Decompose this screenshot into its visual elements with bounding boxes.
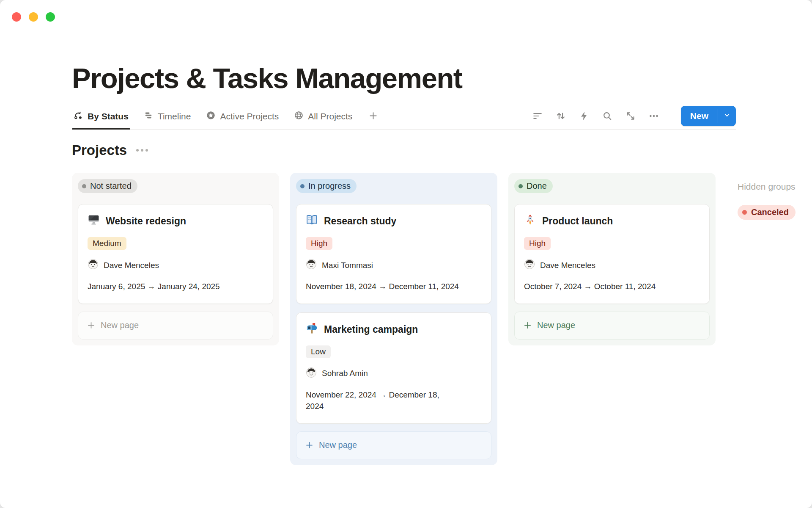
avatar: [306, 259, 317, 272]
status-dot: [518, 184, 523, 188]
column-done: Done: [508, 173, 716, 345]
status-dot: [300, 184, 304, 188]
priority-badge: High: [524, 237, 551, 250]
more-options-icon[interactable]: [648, 110, 659, 121]
sort-icon[interactable]: [555, 110, 566, 121]
star-circle-icon: [206, 110, 216, 122]
view-toolbar: New: [532, 106, 736, 129]
new-page-button[interactable]: New page: [296, 431, 491, 459]
column-header-done[interactable]: Done: [514, 179, 553, 193]
status-dot: [82, 184, 86, 188]
new-button-group: New: [681, 106, 736, 126]
card-marketing-campaign[interactable]: Marketing campaign Low: [296, 312, 491, 424]
tab-label: Active Projects: [220, 111, 279, 121]
maximize-window-button[interactable]: [46, 12, 55, 22]
tab-label: Timeline: [158, 111, 191, 121]
priority-badge: High: [306, 237, 332, 250]
timeline-icon: [144, 110, 154, 122]
priority-badge: Medium: [88, 237, 126, 250]
close-window-button[interactable]: [12, 12, 21, 22]
new-page-button[interactable]: New page: [514, 312, 710, 340]
card-title: Research study: [324, 215, 396, 227]
tab-label: By Status: [88, 111, 129, 121]
card-title: Product launch: [542, 215, 613, 227]
assignee-name: Sohrab Amin: [322, 369, 368, 378]
assignee-name: Dave Menceles: [104, 261, 159, 270]
column-in-progress: In progress: [290, 173, 497, 465]
automation-icon[interactable]: [579, 110, 590, 121]
board-view: Not started: [72, 173, 812, 465]
avatar: [306, 367, 317, 380]
tab-timeline[interactable]: Timeline: [142, 105, 193, 129]
date-range: October 7, 2024 → October 11, 2024: [524, 281, 700, 293]
assignee-name: Dave Menceles: [540, 261, 595, 270]
date-range: November 22, 2024 → December 18, 2024: [306, 389, 445, 412]
new-page-button[interactable]: New page: [78, 312, 273, 340]
minimize-window-button[interactable]: [29, 12, 38, 22]
filter-icon[interactable]: [532, 110, 543, 121]
hidden-group-canceled[interactable]: Canceled: [738, 205, 796, 220]
avatar: [524, 259, 535, 272]
search-icon[interactable]: [602, 110, 613, 121]
database-options-icon[interactable]: [135, 146, 149, 154]
column-header-in-progress[interactable]: In progress: [296, 179, 357, 193]
mailbox-icon: [306, 322, 318, 337]
app-window: Projects & Tasks Management By Status: [0, 0, 812, 508]
tab-by-status[interactable]: By Status: [72, 105, 130, 129]
database-title: Projects: [72, 142, 127, 158]
hidden-groups-section: Hidden groups Canceled: [738, 173, 796, 220]
card-title: Website redesign: [106, 215, 186, 227]
expand-icon[interactable]: [625, 110, 636, 121]
status-flow-icon: [74, 110, 83, 122]
tab-label: All Projects: [308, 111, 352, 121]
column-not-started: Not started: [72, 173, 279, 345]
rocket-icon: [524, 214, 536, 229]
card-website-redesign[interactable]: Website redesign Medium: [78, 204, 273, 304]
open-book-icon: [306, 214, 318, 229]
chevron-down-icon: [723, 111, 731, 121]
tab-active-projects[interactable]: Active Projects: [204, 105, 280, 129]
avatar: [88, 259, 99, 272]
new-button[interactable]: New: [681, 106, 718, 126]
desktop-computer-icon: [88, 214, 100, 229]
column-header-not-started[interactable]: Not started: [78, 179, 137, 193]
date-range: January 6, 2025 → January 24, 2025: [88, 281, 263, 293]
date-range: November 18, 2024 → December 11, 2024: [306, 281, 482, 293]
status-dot: [742, 210, 747, 215]
priority-badge: Low: [306, 345, 331, 358]
hidden-groups-label: Hidden groups: [738, 182, 796, 192]
view-tab-bar: By Status Timeline: [72, 105, 736, 130]
page-title: Projects & Tasks Management: [72, 0, 812, 94]
new-button-dropdown[interactable]: [718, 106, 736, 126]
globe-icon: [294, 110, 304, 122]
assignee-name: Maxi Tommasi: [322, 261, 373, 270]
card-product-launch[interactable]: Product launch High: [514, 204, 710, 304]
window-controls: [12, 12, 55, 22]
card-research-study[interactable]: Research study High: [296, 204, 491, 304]
card-title: Marketing campaign: [324, 324, 418, 335]
add-view-button[interactable]: [366, 106, 381, 129]
tab-all-projects[interactable]: All Projects: [292, 105, 354, 129]
